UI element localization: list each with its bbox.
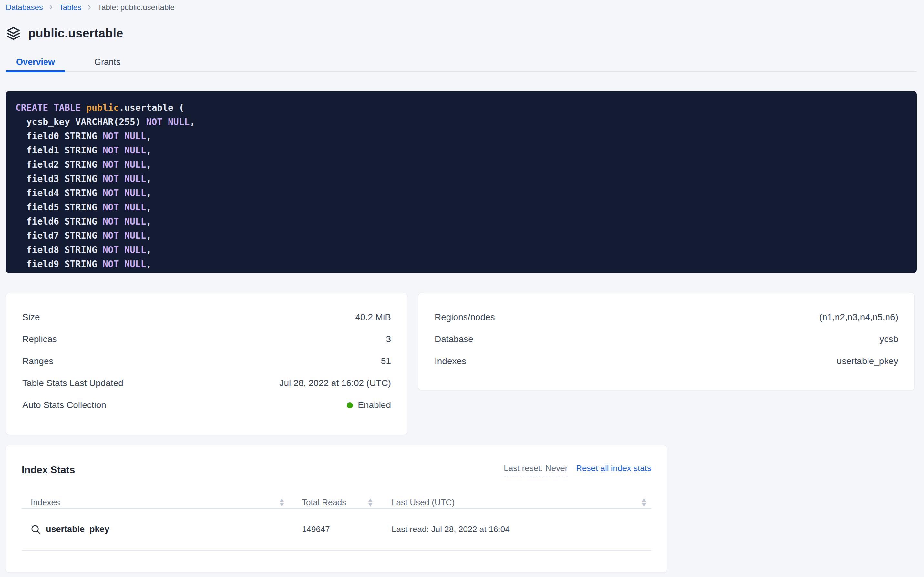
column-header-indexes[interactable]: Indexes <box>31 498 275 508</box>
table-meta-card: Regions/nodes (n1,n2,n3,n4,n5,n6) Databa… <box>418 293 914 390</box>
index-table-header: Indexes Total Reads Last Used (UTC) <box>22 498 651 509</box>
detail-row: Auto Stats Collection Enabled <box>22 394 391 416</box>
detail-value: 3 <box>386 334 391 344</box>
detail-row: Indexes usertable_pkey <box>435 350 898 372</box>
detail-value: usertable_pkey <box>837 356 898 366</box>
index-table-body: usertable_pkey 149647 Last read: Jul 28,… <box>22 509 651 551</box>
tab-overview[interactable]: Overview <box>6 53 65 71</box>
detail-label: Database <box>435 334 473 344</box>
sql-line: field4 STRING NOT NULL, <box>16 186 917 200</box>
search-icon <box>31 524 41 534</box>
detail-row: Database ycsb <box>435 328 898 350</box>
sql-line: ycsb_key VARCHAR(255) NOT NULL, <box>16 115 917 129</box>
detail-value: 51 <box>381 356 391 366</box>
detail-label: Auto Stats Collection <box>22 400 106 410</box>
index-stats-title: Index Stats <box>22 464 75 476</box>
detail-label: Size <box>22 312 40 322</box>
index-stats-actions: Last reset: Never Reset all index stats <box>504 463 651 476</box>
last-used-value: Last read: Jul 28, 2022 at 16:04 <box>378 524 637 534</box>
detail-label: Replicas <box>22 334 57 344</box>
sql-line: field7 STRING NOT NULL, <box>16 229 917 243</box>
index-name[interactable]: usertable_pkey <box>46 524 109 534</box>
index-stats-card: Index Stats Last reset: Never Reset all … <box>6 445 667 573</box>
tab-grants[interactable]: Grants <box>84 53 131 71</box>
chevron-right-icon <box>47 4 55 11</box>
breadcrumb: Databases Tables Table: public.usertable <box>6 0 917 12</box>
index-table-row[interactable]: usertable_pkey 149647 Last read: Jul 28,… <box>22 509 651 551</box>
sql-line: field8 STRING NOT NULL, <box>16 243 917 257</box>
detail-value: Enabled <box>347 400 391 410</box>
sql-line: field2 STRING NOT NULL, <box>16 158 917 172</box>
sql-line: field3 STRING NOT NULL, <box>16 172 917 186</box>
detail-value: Jul 28, 2022 at 16:02 (UTC) <box>279 378 391 388</box>
sql-line: CREATE TABLE public.usertable ( <box>16 101 917 115</box>
detail-label: Ranges <box>22 356 54 366</box>
detail-value: ycsb <box>879 334 898 344</box>
detail-label: Indexes <box>435 356 466 366</box>
details-cards-row: Size 40.2 MiB Replicas 3 Ranges 51 Table… <box>6 293 917 435</box>
breadcrumb-tables[interactable]: Tables <box>59 3 81 12</box>
total-reads-value: 149647 <box>289 524 363 534</box>
stack-icon <box>6 26 21 41</box>
breadcrumb-current: Table: public.usertable <box>98 3 175 12</box>
tab-bar: Overview Grants <box>6 53 917 72</box>
detail-row: Size 40.2 MiB <box>22 306 391 328</box>
detail-label: Regions/nodes <box>435 312 495 322</box>
table-details-page: Databases Tables Table: public.usertable… <box>0 0 924 577</box>
column-header-last-used[interactable]: Last Used (UTC) <box>378 498 637 508</box>
column-header-total-reads[interactable]: Total Reads <box>289 498 363 508</box>
detail-row: Replicas 3 <box>22 328 391 350</box>
breadcrumb-databases[interactable]: Databases <box>6 3 43 12</box>
sort-arrows-icon[interactable] <box>637 498 651 506</box>
detail-row: Table Stats Last Updated Jul 28, 2022 at… <box>22 372 391 394</box>
page-title: public.usertable <box>28 26 123 40</box>
detail-row: Regions/nodes (n1,n2,n3,n4,n5,n6) <box>435 306 898 328</box>
table-details-card: Size 40.2 MiB Replicas 3 Ranges 51 Table… <box>6 293 407 435</box>
page-header: public.usertable <box>6 25 917 41</box>
chevron-right-icon <box>86 4 93 11</box>
detail-value: 40.2 MiB <box>355 312 391 322</box>
sql-line: field9 STRING NOT NULL, <box>16 257 917 271</box>
status-dot-icon <box>347 402 353 408</box>
sql-line: field1 STRING NOT NULL, <box>16 143 917 158</box>
create-table-statement: CREATE TABLE public.usertable ( ycsb_key… <box>6 91 917 273</box>
sql-line: field6 STRING NOT NULL, <box>16 214 917 229</box>
reset-all-index-stats-link[interactable]: Reset all index stats <box>576 463 651 473</box>
detail-row: Ranges 51 <box>22 350 391 372</box>
sort-arrows-icon[interactable] <box>363 498 378 506</box>
index-stats-header: Index Stats Last reset: Never Reset all … <box>22 463 651 476</box>
last-reset-label[interactable]: Last reset: Never <box>504 463 567 476</box>
detail-label: Table Stats Last Updated <box>22 378 123 388</box>
sort-arrows-icon[interactable] <box>275 498 289 506</box>
sql-line: field0 STRING NOT NULL, <box>16 129 917 143</box>
detail-value: (n1,n2,n3,n4,n5,n6) <box>820 312 898 322</box>
sql-line: field5 STRING NOT NULL, <box>16 200 917 214</box>
